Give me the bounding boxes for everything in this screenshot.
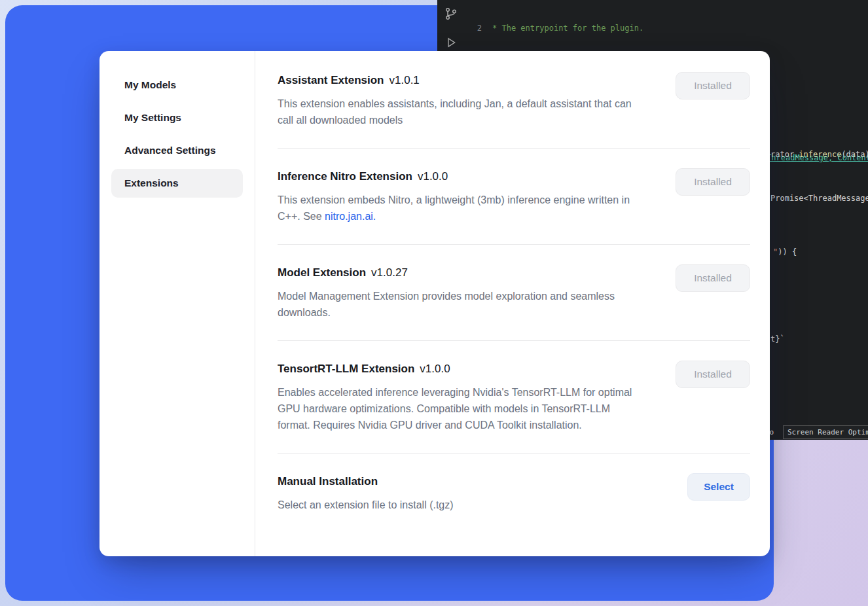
extension-version: v1.0.0 [418,170,448,183]
divider [278,148,750,149]
extension-description: This extension enables assistants, inclu… [278,96,642,128]
code-line: 2* The entrypoint for the plugin. [467,23,868,34]
extension-title: TensortRT-LLM Extensionv1.0.0 [278,361,642,378]
extension-entry-nitro: Inference Nitro Extensionv1.0.0 This ext… [278,168,750,224]
extension-description: Model Management Extension provides mode… [278,288,642,321]
manual-installation-title: Manual Installation [278,473,642,490]
extensions-panel: Assistant Extensionv1.0.1 This extension… [255,51,770,556]
extension-version: v1.0.1 [389,74,420,86]
extension-title: Model Extensionv1.0.27 [278,264,642,281]
extension-entry-model: Model Extensionv1.0.27 Model Management … [278,264,750,321]
divider [278,340,750,341]
extension-version: v1.0.27 [371,266,408,279]
sidebar-item-extensions[interactable]: Extensions [111,169,243,198]
screen-reader-tooltip: Screen Reader Optimize [783,425,868,439]
installed-button[interactable]: Installed [676,72,750,99]
settings-modal: My Models My Settings Advanced Settings … [99,51,770,556]
installed-button[interactable]: Installed [676,361,750,388]
desktop-background: 2* The entrypoint for the plugin. 3*/ 4 … [0,0,868,606]
code-fragment-inference: rator.inference(data)); [770,150,868,160]
code-fragment-promise: Promise<ThreadMessage> [770,194,868,204]
code-text: * The entrypoint for the plugin. [492,23,643,34]
manual-installation-description: Select an extension file to install (.tg… [278,497,642,513]
installed-button[interactable]: Installed [676,168,750,196]
line-number: 2 [467,23,482,34]
extension-description: Enables accelerated inference leveraging… [278,384,642,433]
extension-version: v1.0.0 [420,363,450,375]
divider [278,244,750,245]
extension-entry-tensorrt: TensortRT-LLM Extensionv1.0.0 Enables ac… [278,361,750,433]
manual-installation-entry: Manual Installation Select an extension … [278,473,750,513]
extension-title: Assistant Extensionv1.0.1 [278,72,642,89]
code-fragment-paren: ")) { [773,247,797,257]
sidebar-item-my-models[interactable]: My Models [111,71,243,99]
select-file-button[interactable]: Select [687,473,750,501]
run-debug-icon[interactable] [444,35,458,50]
installed-button[interactable]: Installed [676,264,750,292]
sidebar-item-my-settings[interactable]: My Settings [111,103,243,132]
settings-sidebar: My Models My Settings Advanced Settings … [99,51,255,556]
extension-entry-assistant: Assistant Extensionv1.0.1 This extension… [278,72,750,128]
nitro-jan-ai-link[interactable]: nitro.jan.ai. [325,211,376,222]
extension-description: This extension embeds Nitro, a lightweig… [278,192,642,224]
source-control-icon[interactable] [444,7,458,21]
sidebar-item-advanced-settings[interactable]: Advanced Settings [111,136,243,165]
divider [278,453,750,454]
extension-title: Inference Nitro Extensionv1.0.0 [278,168,642,185]
code-fragment-template: t}` [770,334,785,344]
